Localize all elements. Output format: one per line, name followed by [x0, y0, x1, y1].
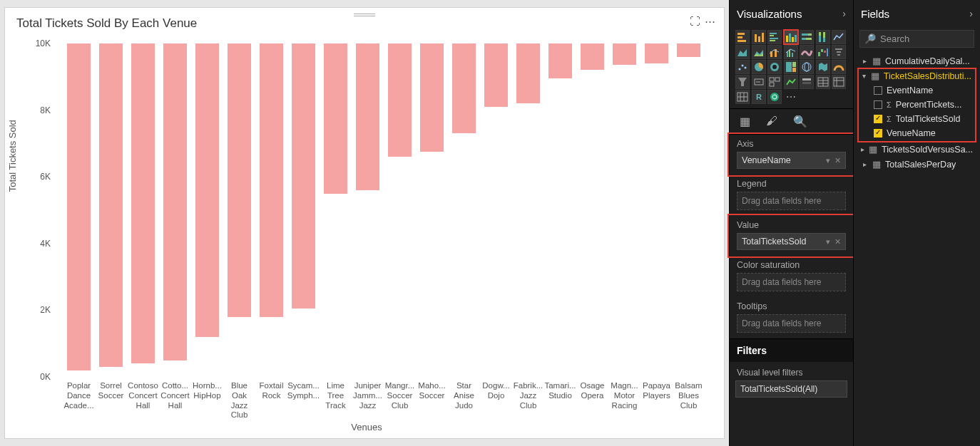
bar[interactable]	[324, 43, 348, 194]
checkbox[interactable]	[874, 86, 882, 95]
bar-column: Maho... Soccer	[417, 43, 447, 377]
bar[interactable]	[548, 43, 573, 78]
format-tab-icon[interactable]: 🖌	[766, 115, 777, 128]
color-saturation-well[interactable]: Color saturation Drag data fields here	[730, 256, 853, 297]
analytics-tab-icon[interactable]: 🔍	[793, 115, 807, 128]
stacked-area-icon[interactable]	[752, 45, 766, 59]
gauge-icon[interactable]	[832, 60, 846, 74]
table-item[interactable]: ▸ ▦ TicketsSoldVersusSa...	[857, 142, 977, 157]
more-options-icon[interactable]: ⋯	[705, 15, 715, 28]
visualizations-header[interactable]: Visualizations ›	[730, 0, 853, 27]
table-icon[interactable]	[816, 75, 830, 89]
stacked100-bar-icon[interactable]	[800, 30, 814, 44]
card-icon[interactable]	[752, 75, 766, 89]
expand-icon[interactable]: ▸	[861, 145, 864, 153]
donut-icon[interactable]	[767, 60, 782, 74]
bar[interactable]	[260, 43, 284, 317]
table-item[interactable]: ▸ ▦ CumulativeDailySal...	[857, 53, 977, 68]
scatter-icon[interactable]	[735, 60, 750, 74]
bar[interactable]	[420, 43, 444, 152]
svg-point-38	[742, 65, 744, 67]
bar-column: Foxtail Rock	[256, 43, 287, 377]
report-canvas[interactable]: Total Tickets Sold By Each Venue ⛶ ⋯ Tot…	[4, 7, 725, 439]
bar[interactable]	[613, 43, 637, 65]
ribbon-chart-icon[interactable]	[800, 45, 814, 59]
bar[interactable]	[163, 43, 188, 361]
bar[interactable]	[484, 43, 509, 107]
drop-target[interactable]: Drag data fields here	[737, 273, 846, 291]
bar[interactable]	[195, 43, 220, 337]
tooltips-well[interactable]: Tooltips Drag data fields here	[730, 297, 853, 338]
bar[interactable]	[131, 43, 155, 363]
clustered-bar-icon[interactable]	[767, 30, 782, 44]
drag-handle-icon[interactable]	[354, 12, 375, 18]
drop-target[interactable]: Drag data fields here	[737, 314, 846, 333]
bar[interactable]	[677, 43, 701, 57]
arcgis-icon[interactable]	[767, 90, 782, 104]
bar[interactable]	[292, 43, 316, 308]
checkbox[interactable]	[874, 100, 882, 109]
stacked100-column-icon[interactable]	[816, 30, 830, 44]
field-item[interactable]: Σ PercentTickets...	[858, 98, 976, 112]
chevron-right-icon[interactable]: ›	[842, 8, 846, 19]
bar[interactable]	[452, 43, 476, 133]
checkbox-checked[interactable]	[874, 129, 882, 138]
bar[interactable]	[99, 43, 123, 367]
field-item[interactable]: VenueName	[858, 126, 976, 140]
bar[interactable]	[581, 43, 605, 70]
expand-icon[interactable]: ▸	[861, 57, 868, 65]
area-chart-icon[interactable]	[735, 45, 750, 59]
kpi-icon[interactable]	[784, 75, 798, 89]
filled-map-icon[interactable]	[816, 60, 830, 74]
value-well[interactable]: Value TotalTicketsSold ▾✕	[730, 216, 853, 256]
matrix-preview-icon[interactable]	[735, 90, 750, 104]
field-item[interactable]: Σ TotalTicketsSold	[858, 112, 976, 126]
checkbox-checked[interactable]	[874, 115, 882, 123]
dropdown-icon[interactable]: ▾	[826, 156, 830, 165]
filter-pill[interactable]: TotalTicketsSold(All)	[735, 380, 847, 398]
table-item[interactable]: ▸ ▦ TotalSalesPerDay	[857, 157, 977, 172]
legend-well[interactable]: Legend Drag data fields here	[730, 175, 853, 216]
fields-header[interactable]: Fields ›	[854, 0, 980, 27]
dropdown-icon[interactable]: ▾	[826, 237, 830, 247]
field-item[interactable]: EventName	[858, 83, 976, 98]
fields-tab-icon[interactable]: ▦	[740, 115, 750, 128]
tornado-icon[interactable]	[832, 45, 846, 59]
bar[interactable]	[228, 43, 252, 317]
import-visual-icon[interactable]: ⋯	[784, 90, 798, 104]
search-input[interactable]: 🔎 Search	[859, 30, 974, 48]
slicer-icon[interactable]	[800, 75, 814, 89]
field-name: PercentTickets...	[896, 100, 962, 110]
chart-body: Total Tickets Sold 0K 2K 4K 6K 8K 10K Po…	[16, 43, 717, 427]
multi-card-icon[interactable]	[767, 75, 782, 89]
expand-icon[interactable]: ▸	[861, 160, 868, 168]
focus-mode-icon[interactable]: ⛶	[690, 15, 700, 28]
r-visual-icon[interactable]: R	[752, 90, 766, 104]
bar[interactable]	[516, 43, 541, 103]
bar[interactable]	[645, 43, 669, 63]
drop-target[interactable]: Drag data fields here	[737, 192, 846, 210]
axis-well[interactable]: Axis VenueName ▾✕	[730, 135, 853, 175]
funnel-icon[interactable]	[735, 75, 750, 89]
stacked-column-icon[interactable]	[752, 30, 766, 44]
remove-icon[interactable]: ✕	[834, 237, 841, 247]
bar[interactable]	[388, 43, 412, 157]
pie-icon[interactable]	[752, 60, 766, 74]
axis-field-pill[interactable]: VenueName ▾✕	[737, 152, 846, 169]
matrix-icon[interactable]	[832, 75, 846, 89]
line-chart-icon[interactable]	[832, 30, 846, 44]
collapse-icon[interactable]: ▾	[862, 72, 867, 80]
table-item[interactable]: ▾ ▦ TicketSalesDistributi...	[858, 68, 976, 83]
stacked-bar-icon[interactable]	[735, 30, 750, 44]
value-field-pill[interactable]: TotalTicketsSold ▾✕	[737, 233, 846, 250]
chevron-right-icon[interactable]: ›	[969, 8, 973, 19]
line-clustered-column-icon[interactable]	[784, 45, 798, 59]
bar[interactable]	[356, 43, 380, 190]
remove-icon[interactable]: ✕	[834, 156, 841, 165]
bar[interactable]	[67, 43, 91, 370]
treemap-icon[interactable]	[784, 60, 798, 74]
waterfall-icon[interactable]	[816, 45, 830, 59]
map-icon[interactable]	[800, 60, 814, 74]
clustered-column-icon[interactable]	[784, 30, 798, 44]
line-stacked-column-icon[interactable]	[767, 45, 782, 59]
